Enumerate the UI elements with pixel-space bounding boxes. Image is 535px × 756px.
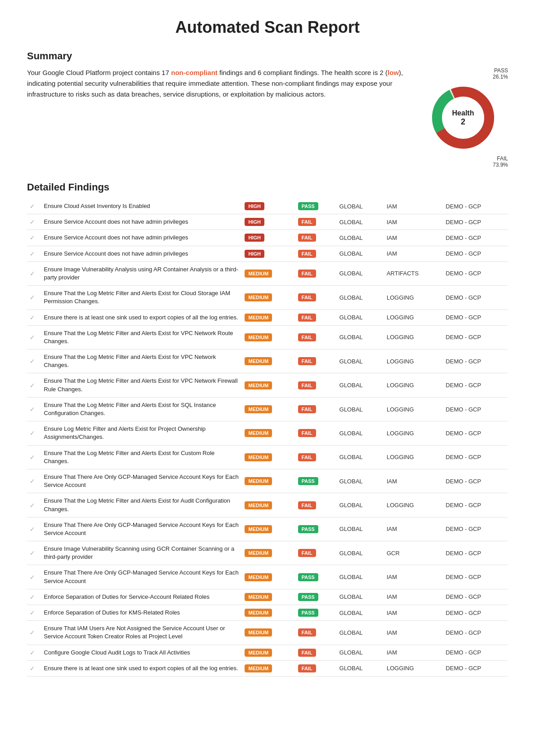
status-label: FAIL — [298, 270, 316, 278]
severity-label: MEDIUM — [245, 549, 272, 557]
severity-badge: MEDIUM — [242, 517, 295, 541]
severity-label: MEDIUM — [245, 573, 272, 581]
finding-description: Ensure That There Are Only GCP-Managed S… — [41, 517, 242, 541]
scope-cell: GLOBAL — [337, 373, 384, 397]
category-cell: IAM — [384, 199, 443, 214]
scope-cell: GLOBAL — [337, 397, 384, 421]
finding-description: Ensure That There Are Only GCP-Managed S… — [41, 565, 242, 589]
table-row: ✓ Configure Google Cloud Audit Logs to T… — [27, 645, 508, 660]
status-badge: FAIL — [295, 309, 337, 325]
severity-label: MEDIUM — [245, 664, 272, 672]
severity-badge: MEDIUM — [242, 445, 295, 469]
severity-badge: HIGH — [242, 214, 295, 230]
check-cell: ✓ — [27, 565, 41, 589]
severity-badge: MEDIUM — [242, 660, 295, 676]
status-badge: FAIL — [295, 645, 337, 660]
status-label: FAIL — [298, 218, 316, 226]
check-icon: ✓ — [30, 314, 35, 321]
status-badge: PASS — [295, 199, 337, 214]
severity-label: MEDIUM — [245, 405, 272, 413]
health-chart: PASS 26.1% Health 2 FAIL 73.9% — [418, 67, 508, 168]
table-row: ✓ Ensure That the Log Metric Filter and … — [27, 493, 508, 517]
status-badge: PASS — [295, 605, 337, 621]
check-cell: ✓ — [27, 645, 41, 660]
project-cell: DEMO - GCP — [443, 660, 508, 676]
severity-badge: MEDIUM — [242, 541, 295, 565]
scope-cell: GLOBAL — [337, 286, 384, 309]
category-cell: GCR — [384, 541, 443, 565]
status-badge: FAIL — [295, 621, 337, 645]
severity-badge: MEDIUM — [242, 621, 295, 645]
check-cell: ✓ — [27, 230, 41, 246]
project-cell: DEMO - GCP — [443, 421, 508, 445]
table-row: ✓ Ensure That the Log Metric Filter and … — [27, 286, 508, 309]
finding-description: Ensure That the Log Metric Filter and Al… — [41, 286, 242, 309]
severity-label: MEDIUM — [245, 270, 272, 278]
check-icon: ✓ — [30, 250, 35, 257]
check-cell: ✓ — [27, 493, 41, 517]
table-row: ✓ Ensure Service Account does not have a… — [27, 230, 508, 246]
status-badge: FAIL — [295, 230, 337, 246]
severity-badge: MEDIUM — [242, 349, 295, 373]
check-cell: ✓ — [27, 541, 41, 565]
check-icon: ✓ — [30, 574, 35, 581]
severity-label: MEDIUM — [245, 453, 272, 461]
findings-table: ✓ Ensure Cloud Asset Inventory Is Enable… — [27, 199, 508, 676]
status-badge: PASS — [295, 469, 337, 493]
finding-description: Ensure Image Vulnerability Analysis usin… — [41, 261, 242, 285]
table-row: ✓ Ensure That the Log Metric Filter and … — [27, 397, 508, 421]
severity-label: MEDIUM — [245, 649, 272, 657]
severity-label: HIGH — [245, 250, 264, 258]
project-cell: DEMO - GCP — [443, 445, 508, 469]
status-label: PASS — [298, 573, 318, 581]
severity-label: MEDIUM — [245, 381, 272, 389]
status-badge: FAIL — [295, 493, 337, 517]
status-label: FAIL — [298, 429, 316, 437]
severity-label: HIGH — [245, 218, 264, 226]
project-cell: DEMO - GCP — [443, 246, 508, 261]
severity-badge: MEDIUM — [242, 373, 295, 397]
scope-cell: GLOBAL — [337, 199, 384, 214]
status-badge: FAIL — [295, 349, 337, 373]
finding-description: Ensure That the Log Metric Filter and Al… — [41, 397, 242, 421]
check-cell: ✓ — [27, 517, 41, 541]
severity-label: HIGH — [245, 202, 264, 210]
scope-cell: GLOBAL — [337, 621, 384, 645]
table-row: ✓ Ensure Service Account does not have a… — [27, 246, 508, 261]
severity-badge: MEDIUM — [242, 261, 295, 285]
scope-cell: GLOBAL — [337, 421, 384, 445]
status-badge: FAIL — [295, 325, 337, 349]
project-cell: DEMO - GCP — [443, 286, 508, 309]
pass-label-top: PASS 26.1% — [418, 67, 508, 80]
status-label: FAIL — [298, 250, 316, 258]
check-icon: ✓ — [30, 502, 35, 509]
severity-label: MEDIUM — [245, 429, 272, 437]
health-value: 2 — [452, 117, 474, 127]
severity-badge: MEDIUM — [242, 309, 295, 325]
scope-cell: GLOBAL — [337, 214, 384, 230]
status-badge: FAIL — [295, 373, 337, 397]
severity-badge: MEDIUM — [242, 397, 295, 421]
check-cell: ✓ — [27, 589, 41, 605]
finding-description: Ensure That IAM Users Are Not Assigned t… — [41, 621, 242, 645]
severity-badge: MEDIUM — [242, 645, 295, 660]
status-label: FAIL — [298, 649, 316, 657]
finding-description: Ensure That the Log Metric Filter and Al… — [41, 349, 242, 373]
category-cell: LOGGING — [384, 349, 443, 373]
severity-badge: MEDIUM — [242, 421, 295, 445]
finding-description: Ensure That the Log Metric Filter and Al… — [41, 445, 242, 469]
project-cell: DEMO - GCP — [443, 261, 508, 285]
category-cell: IAM — [384, 230, 443, 246]
check-cell: ✓ — [27, 373, 41, 397]
severity-badge: MEDIUM — [242, 325, 295, 349]
table-row: ✓ Ensure That the Log Metric Filter and … — [27, 349, 508, 373]
category-cell: IAM — [384, 469, 443, 493]
category-cell: IAM — [384, 645, 443, 660]
check-icon: ✓ — [30, 429, 35, 437]
check-icon: ✓ — [30, 218, 35, 225]
category-cell: IAM — [384, 214, 443, 230]
table-row: ✓ Ensure Service Account does not have a… — [27, 214, 508, 230]
fail-label-bottom: FAIL 73.9% — [418, 155, 508, 168]
check-cell: ✓ — [27, 469, 41, 493]
scope-cell: GLOBAL — [337, 493, 384, 517]
